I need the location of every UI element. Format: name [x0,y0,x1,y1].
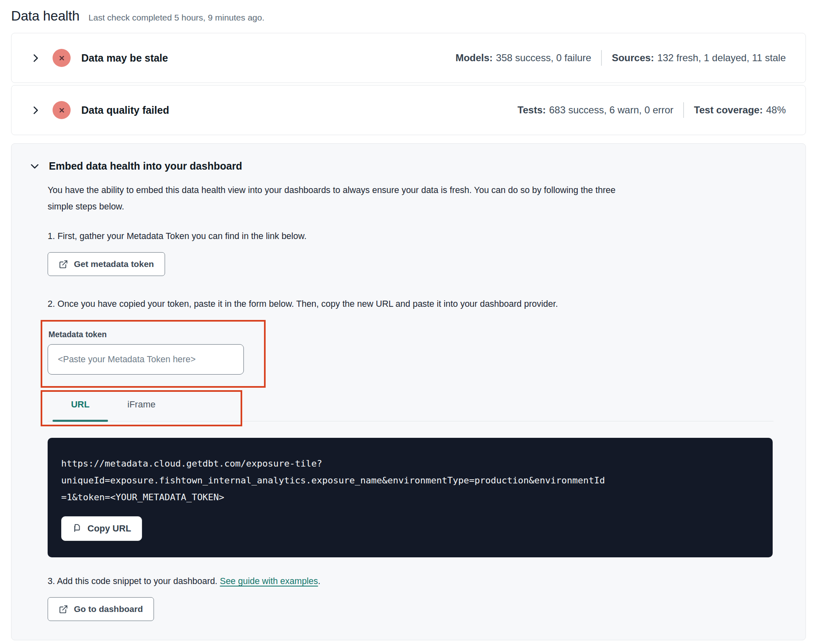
last-check-status: Last check completed 5 hours, 9 minutes … [89,13,264,23]
status-panel-data-quality[interactable]: Data quality failed Tests:683 success, 6… [11,85,806,135]
tests-metric: Tests:683 success, 6 warn, 0 error [518,104,674,116]
embed-section-title: Embed data health into your dashboard [49,160,242,172]
step-3-suffix: . [318,576,321,586]
button-label: Copy URL [87,523,131,534]
metric-divider [601,50,602,66]
embed-section: Embed data health into your dashboard Yo… [11,143,806,640]
copy-url-button[interactable]: Copy URL [61,516,142,541]
metric-value: 358 success, 0 failure [496,52,591,63]
metric-value: 48% [766,104,786,115]
error-status-icon [53,101,71,119]
embed-url-code-block: https://metadata.cloud.getdbt.com/exposu… [48,438,773,557]
sources-metric: Sources:132 fresh, 1 delayed, 11 stale [612,52,786,64]
get-metadata-token-button[interactable]: Get metadata token [48,252,165,276]
metric-value: 683 success, 6 warn, 0 error [549,104,674,115]
chevron-right-icon[interactable] [30,105,41,116]
see-guide-link[interactable]: See guide with examples [220,576,318,586]
button-label: Go to dashboard [74,604,143,614]
external-link-icon [59,260,68,269]
embed-description: You have the ability to embed this data … [48,182,773,215]
chevron-down-icon[interactable] [29,161,40,172]
metadata-token-input[interactable] [48,344,244,375]
page-title: Data health [11,8,80,24]
chevron-right-icon[interactable] [30,53,41,64]
embed-description-line: simple steps below. [48,198,773,215]
step-3-text: 3. Add this code snippet to your dashboa… [48,576,773,586]
models-metric: Models:358 success, 0 failure [455,52,591,64]
embed-description-line: You have the ability to embed this data … [48,182,773,198]
step-1-text: 1. First, gather your Metadata Token you… [48,231,773,242]
external-link-icon [59,605,68,614]
metric-label: Models: [455,52,493,63]
metadata-token-label: Metadata token [48,330,254,339]
tab-url[interactable]: URL [53,393,108,421]
output-format-tabs: URL iFrame [48,393,773,421]
metric-divider [683,102,684,118]
code-line: =1&token=<YOUR_METADATA_TOKEN> [61,489,748,506]
step-3-prefix: 3. Add this code snippet to your dashboa… [48,576,220,586]
copy-icon [72,524,82,534]
status-panel-data-stale[interactable]: Data may be stale Models:358 success, 0 … [11,33,806,83]
page-header: Data health Last check completed 5 hours… [11,6,806,33]
tab-iframe[interactable]: iFrame [114,393,169,421]
test-coverage-metric: Test coverage:48% [694,104,786,116]
button-label: Get metadata token [74,259,154,269]
panel-metrics: Models:358 success, 0 failure Sources:13… [455,50,786,66]
metric-value: 132 fresh, 1 delayed, 11 stale [657,52,786,63]
embed-section-header[interactable]: Embed data health into your dashboard [29,160,773,172]
data-health-page: Data health Last check completed 5 hours… [0,0,817,640]
error-status-icon [53,49,71,67]
step-2-text: 2. Once you have copied your token, past… [48,299,773,309]
code-line: uniqueId=exposure.fishtown_internal_anal… [61,472,748,489]
panel-metrics: Tests:683 success, 6 warn, 0 error Test … [518,102,786,118]
code-line: https://metadata.cloud.getdbt.com/exposu… [61,455,748,472]
metric-label: Test coverage: [694,104,763,115]
metric-label: Tests: [518,104,546,115]
panel-title: Data quality failed [81,104,169,116]
go-to-dashboard-button[interactable]: Go to dashboard [48,597,154,621]
metric-label: Sources: [612,52,654,63]
tab-bar: URL iFrame [48,393,773,421]
annotation-box-token-field: Metadata token [41,320,266,388]
panel-title: Data may be stale [81,52,168,64]
